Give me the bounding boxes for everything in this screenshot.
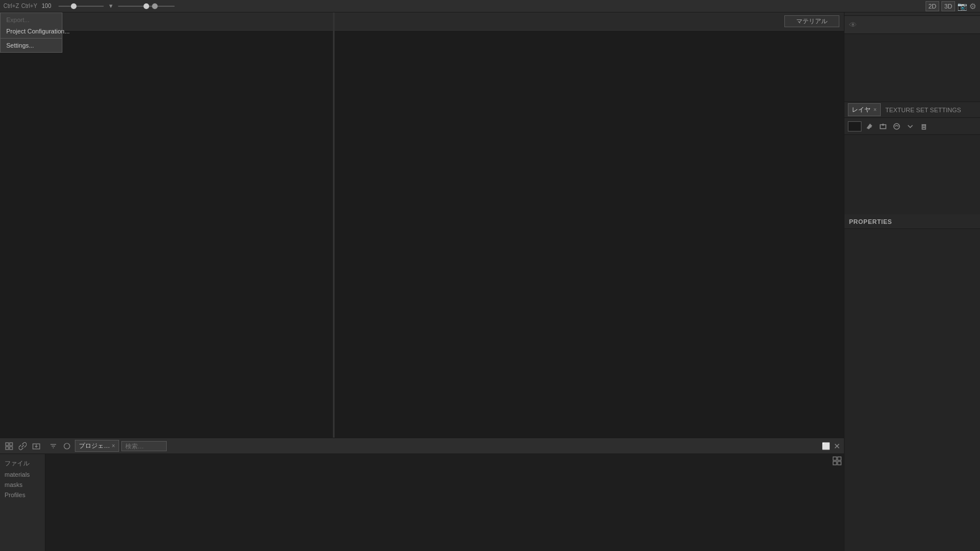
bottom-tab-close[interactable]: ×	[112, 443, 115, 449]
color-swatch[interactable]	[848, 121, 861, 132]
bottom-left-nav: ファイル materials masks Profiles	[0, 454, 45, 551]
texture-set-settings-tab[interactable]: TEXTURE SET SETTINGS	[885, 107, 961, 113]
menu-item-project-config[interactable]: Project Configuration...	[1, 26, 62, 37]
slider-thumb-2[interactable]	[143, 3, 149, 9]
layers-tab-close[interactable]: ×	[873, 107, 877, 113]
search-input[interactable]	[121, 441, 167, 451]
circle-btn[interactable]	[61, 440, 73, 452]
svg-rect-10	[10, 447, 12, 450]
layers-tabs: レイヤ × TEXTURE SET SETTINGS	[844, 102, 980, 118]
grid-view-btn[interactable]	[3, 440, 15, 452]
svg-rect-4	[922, 125, 926, 129]
redo-shortcut[interactable]: Ctrl+Y	[22, 3, 37, 9]
nav-item-label: materials	[5, 471, 30, 478]
2d-view-icon[interactable]: 2D	[926, 1, 939, 11]
menu-item-export[interactable]: Export...	[1, 14, 62, 26]
camera-icon[interactable]: 📷	[957, 2, 967, 11]
tsl-eye-area: 👁	[844, 16, 980, 34]
undo-shortcut[interactable]: Ctrl+Z	[3, 3, 19, 9]
svg-point-3	[894, 124, 899, 129]
slider-size-value: 100	[42, 3, 56, 9]
menu-item-settings[interactable]: Settings...	[1, 40, 62, 51]
main-area: マテリアル マテリアル	[0, 12, 844, 438]
delete-layer-btn[interactable]	[918, 121, 930, 132]
close-btn[interactable]: ✕	[834, 442, 840, 451]
menu-item-label: Settings...	[6, 42, 34, 49]
menu-item-label: Project Configuration...	[6, 28, 70, 35]
bottom-tab-project[interactable]: プロジェ… ×	[75, 440, 119, 452]
layers-tab-label: レイヤ	[852, 106, 871, 113]
dropdown-menu: Export... Project Configuration... Setti…	[0, 12, 62, 53]
toolbar-view-icons: 2D 3D 📷 ⚙	[926, 1, 977, 11]
settings-icon[interactable]: ⚙	[969, 2, 977, 11]
properties-header: PROPERTIES	[844, 214, 980, 229]
link-btn[interactable]	[17, 440, 28, 452]
layers-tab-active[interactable]: レイヤ ×	[848, 103, 881, 116]
right-panel: マテリアル	[335, 12, 844, 438]
svg-rect-7	[6, 443, 9, 446]
menu-item-label: Export...	[6, 16, 29, 23]
right-panel-content[interactable]	[335, 31, 844, 438]
right-sidebar: TEXTURE SET LIST 👁 レイヤ × TEXTURE SET SET…	[844, 0, 980, 551]
bottom-panel: プロジェ… × ⬜ ✕ ファイル materials masks Profile	[0, 438, 844, 551]
nav-item-materials[interactable]: materials	[0, 469, 45, 480]
slider-brush-size: 100	[42, 3, 104, 9]
slider-track-1[interactable]	[58, 6, 104, 7]
maximize-btn[interactable]: ⬜	[822, 442, 830, 450]
properties-content	[844, 229, 980, 551]
paint-tool-btn[interactable]	[864, 121, 875, 132]
passthrough-btn[interactable]	[905, 121, 916, 132]
svg-rect-20	[838, 461, 841, 465]
mask-btn[interactable]	[891, 121, 902, 132]
svg-rect-17	[833, 457, 837, 460]
import-btn[interactable]	[31, 440, 42, 452]
right-panel-header: マテリアル	[335, 12, 844, 31]
bottom-tabs: プロジェ… ×	[75, 440, 119, 452]
dropdown-arrow-icon[interactable]: ▼	[108, 3, 114, 9]
nav-item-masks[interactable]: masks	[0, 480, 45, 490]
layers-content	[844, 135, 980, 214]
slider-thumb-3[interactable]	[152, 3, 158, 9]
slider-opacity	[118, 6, 175, 7]
eye-icon[interactable]: 👁	[849, 20, 857, 29]
nav-item-label: masks	[5, 481, 23, 488]
right-panel-label: マテリアル	[784, 15, 839, 27]
add-layer-btn[interactable]	[877, 121, 889, 132]
left-panel-content[interactable]	[0, 31, 333, 438]
slider-track-2[interactable]	[118, 6, 175, 7]
svg-rect-9	[6, 447, 9, 450]
svg-rect-8	[10, 443, 12, 446]
menu-separator	[1, 38, 62, 39]
toolbar-shortcuts: Ctrl+Z Ctrl+Y	[3, 3, 37, 9]
nav-item-label: ファイル	[5, 460, 29, 467]
3d-view-icon[interactable]: 3D	[941, 1, 955, 11]
top-toolbar: Ctrl+Z Ctrl+Y 100 ▼ 2D 3D 📷 ⚙	[0, 0, 980, 12]
slider-thumb-1[interactable]	[71, 3, 77, 9]
properties-section: PROPERTIES	[844, 214, 980, 551]
svg-point-16	[64, 443, 70, 449]
properties-title: PROPERTIES	[849, 218, 892, 225]
left-panel: マテリアル	[0, 12, 333, 438]
nav-item-label: Profiles	[5, 491, 26, 498]
nav-item-files[interactable]: ファイル	[0, 457, 45, 469]
svg-rect-18	[838, 457, 841, 460]
texture-set-list-content	[844, 34, 980, 102]
grid-layout-btn[interactable]	[833, 456, 842, 467]
layers-toolbar	[844, 118, 980, 135]
nav-item-profiles[interactable]: Profiles	[0, 490, 45, 500]
bottom-panel-controls: ⬜ ✕	[822, 442, 840, 451]
bottom-content: ファイル materials masks Profiles	[0, 454, 844, 551]
bottom-tab-label: プロジェ…	[79, 442, 110, 450]
bottom-toolbar: プロジェ… × ⬜ ✕	[0, 438, 844, 454]
filter-icon[interactable]	[48, 440, 59, 452]
svg-rect-19	[833, 461, 837, 465]
bottom-main-content	[45, 454, 844, 551]
